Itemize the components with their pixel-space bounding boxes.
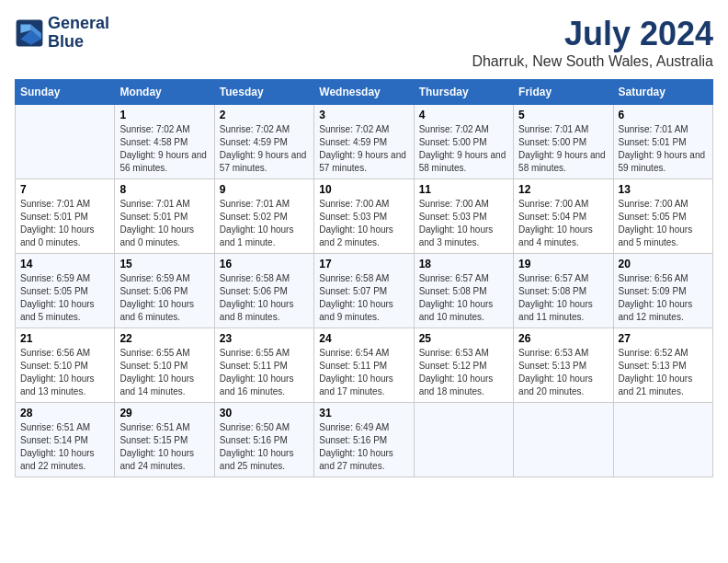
day-info: Sunrise: 6:55 AM Sunset: 5:10 PM Dayligh… — [119, 347, 209, 398]
day-number: 24 — [319, 332, 408, 345]
day-number: 25 — [419, 332, 508, 345]
header: General Blue July 2024 Dharruk, New Sout… — [15, 15, 713, 70]
location-title: Dharruk, New South Wales, Australia — [472, 53, 713, 70]
month-title: July 2024 — [472, 15, 713, 53]
calendar-cell — [514, 403, 613, 477]
calendar-cell: 20Sunrise: 6:56 AM Sunset: 5:09 PM Dayli… — [613, 254, 712, 328]
weekday-header-row: SundayMondayTuesdayWednesdayThursdayFrid… — [16, 80, 713, 105]
calendar-cell — [16, 105, 115, 179]
day-info: Sunrise: 6:56 AM Sunset: 5:09 PM Dayligh… — [619, 272, 708, 324]
day-number: 7 — [20, 183, 109, 196]
day-number: 21 — [20, 332, 109, 345]
day-number: 30 — [220, 407, 309, 419]
day-number: 28 — [20, 407, 109, 419]
day-info: Sunrise: 6:59 AM Sunset: 5:06 PM Dayligh… — [119, 272, 209, 324]
day-info: Sunrise: 6:49 AM Sunset: 5:16 PM Dayligh… — [319, 421, 408, 473]
calendar-cell: 9Sunrise: 7:01 AM Sunset: 5:02 PM Daylig… — [214, 179, 313, 254]
day-number: 8 — [119, 183, 209, 196]
day-info: Sunrise: 7:00 AM Sunset: 5:05 PM Dayligh… — [619, 198, 708, 249]
weekday-header: Sunday — [16, 80, 115, 105]
day-number: 16 — [220, 258, 309, 270]
calendar-cell: 18Sunrise: 6:57 AM Sunset: 5:08 PM Dayli… — [414, 254, 513, 328]
calendar-cell: 21Sunrise: 6:56 AM Sunset: 5:10 PM Dayli… — [16, 328, 115, 403]
weekday-header: Wednesday — [314, 80, 414, 105]
day-info: Sunrise: 6:57 AM Sunset: 5:08 PM Dayligh… — [419, 272, 508, 324]
day-number: 5 — [518, 109, 608, 121]
day-info: Sunrise: 6:59 AM Sunset: 5:05 PM Dayligh… — [20, 272, 109, 324]
day-info: Sunrise: 7:02 AM Sunset: 5:00 PM Dayligh… — [419, 123, 508, 175]
day-number: 1 — [119, 109, 209, 121]
calendar-cell: 22Sunrise: 6:55 AM Sunset: 5:10 PM Dayli… — [115, 328, 214, 403]
day-number: 31 — [319, 407, 408, 419]
day-number: 22 — [119, 332, 209, 345]
weekday-header: Tuesday — [214, 80, 313, 105]
calendar-cell: 6Sunrise: 7:01 AM Sunset: 5:01 PM Daylig… — [613, 105, 712, 179]
calendar-cell: 10Sunrise: 7:00 AM Sunset: 5:03 PM Dayli… — [314, 179, 414, 254]
day-info: Sunrise: 7:01 AM Sunset: 5:01 PM Dayligh… — [619, 123, 708, 175]
day-number: 6 — [619, 109, 708, 121]
day-info: Sunrise: 6:54 AM Sunset: 5:11 PM Dayligh… — [319, 347, 408, 398]
day-info: Sunrise: 6:58 AM Sunset: 5:07 PM Dayligh… — [319, 272, 408, 324]
day-info: Sunrise: 7:01 AM Sunset: 5:00 PM Dayligh… — [518, 123, 608, 175]
logo-icon — [15, 18, 44, 48]
day-info: Sunrise: 7:02 AM Sunset: 4:58 PM Dayligh… — [119, 123, 209, 175]
calendar-week-row: 28Sunrise: 6:51 AM Sunset: 5:14 PM Dayli… — [16, 403, 713, 477]
calendar-cell: 24Sunrise: 6:54 AM Sunset: 5:11 PM Dayli… — [314, 328, 414, 403]
logo-line2: Blue — [48, 33, 109, 52]
day-info: Sunrise: 6:52 AM Sunset: 5:13 PM Dayligh… — [619, 347, 708, 398]
day-number: 26 — [518, 332, 608, 345]
day-info: Sunrise: 7:00 AM Sunset: 5:03 PM Dayligh… — [419, 198, 508, 249]
day-number: 18 — [419, 258, 508, 270]
day-number: 20 — [619, 258, 708, 270]
calendar-cell: 23Sunrise: 6:55 AM Sunset: 5:11 PM Dayli… — [214, 328, 313, 403]
logo-line1: General — [48, 15, 109, 33]
calendar-table: SundayMondayTuesdayWednesdayThursdayFrid… — [15, 79, 713, 477]
calendar-week-row: 14Sunrise: 6:59 AM Sunset: 5:05 PM Dayli… — [16, 254, 713, 328]
calendar-cell: 8Sunrise: 7:01 AM Sunset: 5:01 PM Daylig… — [115, 179, 214, 254]
day-info: Sunrise: 6:55 AM Sunset: 5:11 PM Dayligh… — [220, 347, 309, 398]
calendar-cell: 19Sunrise: 6:57 AM Sunset: 5:08 PM Dayli… — [514, 254, 613, 328]
day-info: Sunrise: 6:51 AM Sunset: 5:14 PM Dayligh… — [20, 421, 109, 473]
day-info: Sunrise: 6:51 AM Sunset: 5:15 PM Dayligh… — [119, 421, 209, 473]
calendar-cell: 27Sunrise: 6:52 AM Sunset: 5:13 PM Dayli… — [613, 328, 712, 403]
calendar-cell: 30Sunrise: 6:50 AM Sunset: 5:16 PM Dayli… — [214, 403, 313, 477]
day-info: Sunrise: 6:53 AM Sunset: 5:13 PM Dayligh… — [518, 347, 608, 398]
calendar-cell: 13Sunrise: 7:00 AM Sunset: 5:05 PM Dayli… — [613, 179, 712, 254]
calendar-cell: 17Sunrise: 6:58 AM Sunset: 5:07 PM Dayli… — [314, 254, 414, 328]
calendar-cell: 14Sunrise: 6:59 AM Sunset: 5:05 PM Dayli… — [16, 254, 115, 328]
calendar-cell — [613, 403, 712, 477]
calendar-week-row: 1Sunrise: 7:02 AM Sunset: 4:58 PM Daylig… — [16, 105, 713, 179]
calendar-cell: 29Sunrise: 6:51 AM Sunset: 5:15 PM Dayli… — [115, 403, 214, 477]
day-info: Sunrise: 7:02 AM Sunset: 4:59 PM Dayligh… — [220, 123, 309, 175]
day-info: Sunrise: 7:01 AM Sunset: 5:01 PM Dayligh… — [119, 198, 209, 249]
day-number: 19 — [518, 258, 608, 270]
calendar-cell: 12Sunrise: 7:00 AM Sunset: 5:04 PM Dayli… — [514, 179, 613, 254]
calendar-cell: 26Sunrise: 6:53 AM Sunset: 5:13 PM Dayli… — [514, 328, 613, 403]
day-number: 13 — [619, 183, 708, 196]
day-info: Sunrise: 7:02 AM Sunset: 4:59 PM Dayligh… — [319, 123, 408, 175]
weekday-header: Thursday — [414, 80, 513, 105]
weekday-header: Monday — [115, 80, 214, 105]
calendar-cell: 7Sunrise: 7:01 AM Sunset: 5:01 PM Daylig… — [16, 179, 115, 254]
day-info: Sunrise: 7:00 AM Sunset: 5:04 PM Dayligh… — [518, 198, 608, 249]
day-info: Sunrise: 6:56 AM Sunset: 5:10 PM Dayligh… — [20, 347, 109, 398]
calendar-cell: 5Sunrise: 7:01 AM Sunset: 5:00 PM Daylig… — [514, 105, 613, 179]
day-number: 27 — [619, 332, 708, 345]
weekday-header: Friday — [514, 80, 613, 105]
day-number: 3 — [319, 109, 408, 121]
calendar-week-row: 7Sunrise: 7:01 AM Sunset: 5:01 PM Daylig… — [16, 179, 713, 254]
day-info: Sunrise: 6:53 AM Sunset: 5:12 PM Dayligh… — [419, 347, 508, 398]
calendar-cell: 2Sunrise: 7:02 AM Sunset: 4:59 PM Daylig… — [214, 105, 313, 179]
day-number: 4 — [419, 109, 508, 121]
day-info: Sunrise: 6:57 AM Sunset: 5:08 PM Dayligh… — [518, 272, 608, 324]
day-info: Sunrise: 7:01 AM Sunset: 5:01 PM Dayligh… — [20, 198, 109, 249]
day-number: 2 — [220, 109, 309, 121]
day-number: 14 — [20, 258, 109, 270]
day-number: 23 — [220, 332, 309, 345]
calendar-cell: 16Sunrise: 6:58 AM Sunset: 5:06 PM Dayli… — [214, 254, 313, 328]
day-number: 15 — [119, 258, 209, 270]
weekday-header: Saturday — [613, 80, 712, 105]
day-number: 12 — [518, 183, 608, 196]
logo: General Blue — [15, 15, 109, 52]
day-number: 10 — [319, 183, 408, 196]
